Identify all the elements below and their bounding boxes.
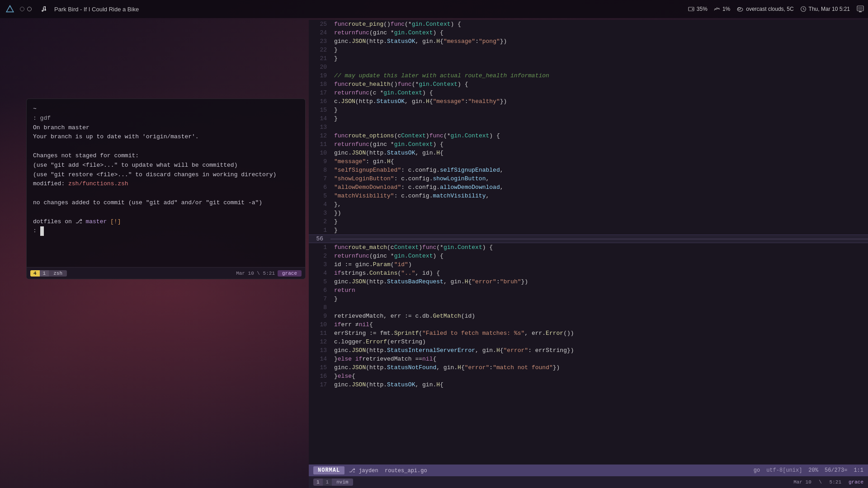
- terminal-line-2: Your branch is up to date with 'origin/m…: [33, 132, 299, 142]
- terminal-line-6: (use "git restore <file>..." to discard …: [33, 170, 299, 180]
- weather-widget: overcast clouds, 5C: [736, 6, 793, 12]
- editor-window[interactable]: 25 func route_ping() func(*gin.Context) …: [309, 20, 868, 488]
- lower-code-line-1: 1 func route_match(c Context) func(*gin.…: [309, 243, 868, 252]
- svg-point-2: [42, 10, 43, 12]
- topbar: Park Bird - If I Could Ride a Bike 35% 1…: [0, 0, 868, 18]
- tab-date: Mar 10: [793, 479, 811, 485]
- lower-code-line-8: 8: [309, 303, 868, 312]
- svg-rect-4: [43, 6, 46, 7]
- lower-code-line-17: 17 ginc.JSON(http.StatusOK, gin.H{: [309, 380, 868, 389]
- code-line-23: 23 ginc.JSON(http.StatusOK, gin.H{"messa…: [309, 37, 868, 46]
- clock-widget: Thu, Mar 10 5:21: [800, 6, 850, 12]
- editor-encoding: utf-8[unix]: [766, 467, 802, 474]
- terminal-line-5: (use "git add <file>..." to update what …: [33, 161, 299, 170]
- terminal-line-tilde: ~: [33, 104, 299, 114]
- editor-divider: 56: [309, 235, 868, 243]
- system-tray-icon: [856, 5, 864, 13]
- datetime-text: Thu, Mar 10 5:21: [809, 6, 850, 12]
- code-line-22: 22 }: [309, 46, 868, 54]
- lower-code-line-3: 3 id := ginc.Param("id"): [309, 260, 868, 269]
- term-window-num: 4: [30, 270, 40, 277]
- code-line-7: 7 "showLoginButton": c.config.showLoginB…: [309, 174, 868, 183]
- tab-user: grace: [849, 479, 863, 485]
- workspace-dot-1[interactable]: [20, 7, 24, 11]
- code-line-16: 16 c.JSON(http.StatusOK, gin.H{"message"…: [309, 97, 868, 106]
- code-line-19: 19 // may update this later with actual …: [309, 71, 868, 80]
- terminal-prompt2: :: [33, 226, 299, 236]
- term-shell-name: zsh: [49, 270, 67, 277]
- svg-point-3: [44, 9, 46, 11]
- code-line-13: 13: [309, 123, 868, 131]
- terminal-line-4: Changes not staged for commit:: [33, 151, 299, 161]
- code-line-5: 5 "matchVisibility": c.config.matchVisib…: [309, 192, 868, 200]
- lower-code-line-9: 9 retrievedMatch, err := c.db.GetMatch(i…: [309, 312, 868, 320]
- terminal-line-10: [33, 208, 299, 217]
- lower-code-line-7: 7 }: [309, 295, 868, 303]
- editor-tabbar: 1 1 nvim Mar 10 \ 5:21 grace: [309, 476, 868, 488]
- svg-rect-14: [859, 11, 862, 12]
- lower-code-line-14: 14 } else if retrievedMatch == nil {: [309, 355, 868, 363]
- code-line-1: 1 }: [309, 226, 868, 235]
- svg-rect-13: [858, 7, 863, 10]
- terminal-line-prompt1: : gdf: [33, 114, 299, 123]
- lower-code-line-16: 16 } else {: [309, 372, 868, 380]
- code-line-8: 8 "selfSignupEnabled": c.config.selfSign…: [309, 166, 868, 174]
- music-icon: [38, 3, 51, 15]
- lower-code-line-10: 10 if err ≠ nil {: [309, 320, 868, 329]
- lower-code-line-13: 13 ginc.JSON(http.StatusInternalServerEr…: [309, 346, 868, 355]
- editor-content: 25 func route_ping() func(*gin.Context) …: [309, 20, 868, 465]
- code-line-21: 21 }: [309, 54, 868, 63]
- lower-code-line-4: 4 if strings.Contains("..", id) {: [309, 269, 868, 277]
- term-status-right: Mar 10 \ 5:21 grace: [233, 270, 302, 277]
- code-line-10: 10 ginc.JSON(http.StatusOK, gin.H{: [309, 149, 868, 157]
- arch-logo-icon: [4, 3, 16, 15]
- code-line-24: 24 return func(ginc *gin.Context) {: [309, 28, 868, 37]
- code-line-3: 3 }): [309, 209, 868, 217]
- code-line-15: 15 }: [309, 106, 868, 114]
- tab-app-name: nvim: [332, 479, 353, 486]
- code-line-6: 6 "allowDemoDownload": c.config.allowDem…: [309, 183, 868, 192]
- terminal-line-7: modified: zsh/functions.zsh: [33, 179, 299, 189]
- editor-cursor-pos: 1:1: [854, 467, 863, 474]
- terminal-line-9: no changes added to commit (use "git add…: [33, 198, 299, 208]
- tab-time: 5:21: [830, 479, 841, 485]
- terminal-window[interactable]: ~ : gdf On branch master Your branch is …: [26, 99, 306, 279]
- workspace-dots: [20, 7, 32, 11]
- lower-code-line-11: 11 errString := fmt.Sprintf("Failed to f…: [309, 329, 868, 338]
- lower-code-line-15: 15 ginc.JSON(http.StatusNotFound, gin.H{…: [309, 363, 868, 372]
- weather-text: overcast clouds, 5C: [746, 6, 793, 12]
- svg-point-6: [692, 9, 693, 10]
- editor-statusbar-normal: NORMAL ⎇ jayden routes_api.go go utf-8[u…: [309, 465, 868, 476]
- term-pane-num: 1: [40, 270, 49, 277]
- code-line-18: 18 func route_health() func(*gin.Context…: [309, 80, 868, 89]
- term-user: grace: [278, 270, 302, 277]
- code-line-11: 11 return func(ginc *gin.Context) {: [309, 140, 868, 149]
- tab-pane-num: 1: [323, 479, 332, 486]
- lower-code-line-6: 6 return: [309, 286, 868, 295]
- terminal-line-1: On branch master: [33, 123, 299, 133]
- vim-mode-badge: NORMAL: [313, 466, 344, 474]
- tab-window-num: 1: [313, 479, 323, 486]
- tab-right-info: Mar 10 \ 5:21 grace: [793, 479, 863, 485]
- lower-code-line-12: 12 c.logger.Errorf(errString): [309, 338, 868, 346]
- code-line-9: 9 "message": gin.H{: [309, 157, 868, 166]
- lower-code-line-5: 5 ginc.JSON(http.StatusBadRequest, gin.H…: [309, 277, 868, 286]
- terminal-line-3: [33, 142, 299, 151]
- disk-widget: 35%: [688, 6, 708, 12]
- lower-code-line-2: 2 return func(ginc *gin.Context) {: [309, 252, 868, 260]
- code-line-2: 2 }: [309, 217, 868, 226]
- editor-lang: go: [754, 467, 760, 474]
- code-line-25: 25 func route_ping() func(*gin.Context) …: [309, 20, 868, 28]
- code-line-20: 20: [309, 63, 868, 71]
- workspace-dot-2[interactable]: [27, 7, 32, 11]
- editor-scroll-pct: 20%: [808, 467, 818, 474]
- code-line-4: 4 },: [309, 200, 868, 209]
- code-line-17: 17 return func(c *gin.Context) {: [309, 89, 868, 97]
- code-line-12: 12 func route_options(c Context) func(*g…: [309, 131, 868, 140]
- editor-status-right: go utf-8[unix] 20% 56/273= 1:1: [754, 467, 863, 474]
- code-line-14: 14 }: [309, 114, 868, 123]
- editor-position: 56/273=: [825, 467, 847, 474]
- terminal-statusbar: 4 1 zsh Mar 10 \ 5:21 grace: [27, 267, 305, 279]
- topbar-left: Park Bird - If I Could Ride a Bike: [4, 3, 688, 15]
- disk-percent: 35%: [697, 6, 708, 12]
